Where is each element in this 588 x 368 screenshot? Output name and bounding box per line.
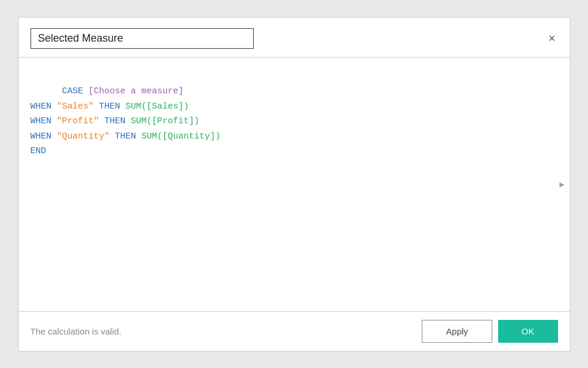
title-input[interactable] <box>31 28 254 49</box>
when-keyword-2: WHEN <box>31 116 52 126</box>
then-keyword-1: THEN <box>99 102 120 112</box>
fn-profit: SUM([Profit]) <box>131 116 200 126</box>
placeholder-text: [Choose a measure] <box>89 86 184 96</box>
scroll-right-icon[interactable]: ► <box>558 180 566 189</box>
apply-button[interactable]: Apply <box>422 320 492 343</box>
dialog-footer: The calculation is valid. Apply OK <box>19 311 570 351</box>
str-quantity: "Quantity" <box>57 131 110 141</box>
when-keyword-3: WHEN <box>31 131 52 141</box>
dialog: × CASE [Choose a measure] WHEN "Sales" T… <box>18 17 570 352</box>
fn-quantity: SUM([Quantity]) <box>142 131 221 141</box>
then-keyword-2: THEN <box>105 116 126 126</box>
close-button[interactable]: × <box>546 30 558 46</box>
end-keyword: END <box>31 146 46 156</box>
case-keyword: CASE <box>62 86 83 96</box>
then-keyword-3: THEN <box>115 131 136 141</box>
fn-sales: SUM([Sales]) <box>126 102 189 112</box>
dialog-header: × <box>19 18 570 57</box>
code-editor[interactable]: CASE [Choose a measure] WHEN "Sales" THE… <box>31 69 552 174</box>
dialog-body: CASE [Choose a measure] WHEN "Sales" THE… <box>19 58 570 311</box>
validation-message: The calculation is valid. <box>31 326 122 336</box>
footer-buttons: Apply OK <box>422 320 557 343</box>
str-profit: "Profit" <box>57 116 99 126</box>
ok-button[interactable]: OK <box>498 320 558 343</box>
when-keyword-1: WHEN <box>31 102 52 112</box>
str-sales: "Sales" <box>57 102 94 112</box>
